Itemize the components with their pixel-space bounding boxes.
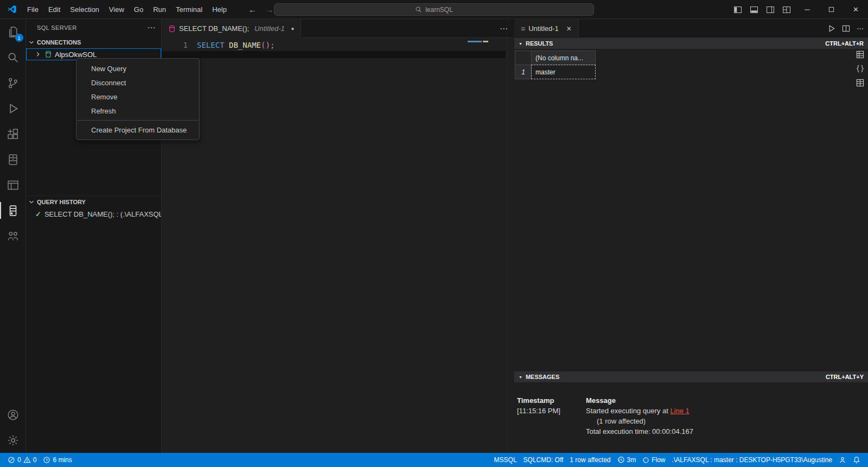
mssql-status[interactable]: MSSQL	[491, 456, 520, 464]
activity-search[interactable]	[0, 45, 26, 70]
results-grid-area: (No column na... 1 master	[514, 49, 868, 371]
explorer-badge: 1	[15, 34, 23, 42]
close-window-button[interactable]: ✕	[844, 0, 868, 19]
context-menu-new-query[interactable]: New Query	[76, 61, 199, 75]
context-menu-separator	[77, 120, 199, 121]
minimize-button[interactable]	[795, 0, 819, 19]
success-check-icon: ✓	[35, 210, 41, 218]
collapse-triangle-icon: ▼	[519, 42, 522, 46]
more-actions-button[interactable]: ⋯	[857, 24, 864, 33]
query-history-item[interactable]: ✓ SELECT DB_NAME(); : (.\ALFAXSQL|...	[26, 208, 161, 220]
activity-sql-server[interactable]	[0, 198, 26, 223]
activity-extensions[interactable]	[0, 121, 26, 147]
menu-view[interactable]: View	[104, 0, 129, 18]
current-line-highlight	[162, 51, 506, 58]
close-tab-icon[interactable]: ✕	[566, 25, 572, 33]
message-timestamp: [11:15:16 PM]	[517, 406, 586, 416]
context-menu-remove[interactable]: Remove	[76, 90, 199, 104]
chevron-right-icon[interactable]	[34, 51, 42, 58]
maximize-button[interactable]	[819, 0, 844, 19]
sql-server-icon	[7, 205, 19, 217]
messages-col-message: Message	[586, 395, 868, 406]
tab-subtitle: Untitled-1	[254, 24, 285, 33]
error-circle-icon	[8, 456, 15, 464]
connection-context-menu: New Query Disconnect Remove Refresh Crea…	[76, 58, 200, 140]
notifications-item[interactable]	[850, 456, 864, 464]
feedback-item[interactable]	[835, 456, 850, 464]
sql-file-icon	[168, 25, 176, 33]
grid-corner-cell[interactable]	[515, 51, 532, 65]
toggle-panel-icon[interactable]	[746, 0, 762, 19]
menu-terminal[interactable]: Terminal	[171, 0, 207, 18]
accounts-button[interactable]	[0, 402, 26, 427]
warning-count: 0	[33, 456, 37, 464]
context-menu-disconnect[interactable]: Disconnect	[76, 75, 199, 90]
context-menu-refresh[interactable]: Refresh	[76, 104, 199, 118]
save-as-json-icon[interactable]	[856, 65, 864, 73]
problems-indicator[interactable]: 0 0	[4, 453, 40, 467]
editor-group-results: ≡ Untitled-1 ✕ ⋯ ▼ RESULTS CTRL+ALT+R	[514, 19, 868, 453]
session-timer[interactable]: 6 mins	[40, 453, 75, 467]
modified-dot-icon[interactable]: ●	[291, 26, 294, 31]
activity-organization[interactable]	[0, 223, 26, 249]
run-query-button[interactable]	[827, 24, 835, 33]
menu-edit[interactable]: Edit	[43, 0, 65, 18]
forward-button[interactable]: →	[265, 5, 273, 14]
menu-selection[interactable]: Selection	[65, 0, 104, 18]
line-1-link[interactable]: Line 1	[670, 407, 689, 415]
activity-run-debug[interactable]	[0, 96, 26, 121]
editor-scrollbar[interactable]	[507, 19, 514, 453]
line-number-gutter: 1	[162, 40, 188, 51]
minimap[interactable]	[467, 39, 506, 72]
menu-help[interactable]: Help	[207, 0, 232, 18]
menu-go[interactable]: Go	[129, 0, 148, 18]
activity-explorer[interactable]: 1	[0, 19, 26, 45]
split-editor-button[interactable]	[842, 24, 850, 33]
save-as-csv-icon[interactable]	[856, 51, 864, 59]
grid-column-header[interactable]: (No column na...	[531, 51, 596, 65]
toggle-secondary-sidebar-icon[interactable]	[762, 0, 778, 19]
menu-run[interactable]: Run	[148, 0, 171, 18]
connection-status[interactable]: .\ALFAXSQL : master : DESKTOP-H5PGT33\Au…	[669, 456, 835, 464]
window-icon	[7, 179, 19, 191]
query-history-item-label: SELECT DB_NAME(); : (.\ALFAXSQL|...	[44, 210, 161, 218]
back-button[interactable]: ←	[248, 5, 257, 14]
error-count: 0	[17, 456, 21, 464]
connections-label: CONNECTIONS	[37, 39, 81, 46]
results-tab-bar: ≡ Untitled-1 ✕ ⋯	[514, 19, 868, 38]
activity-database-projects[interactable]	[0, 147, 26, 172]
tab-query-untitled-1[interactable]: SELECT DB_NAME(); Untitled-1 ●	[162, 19, 301, 38]
title-bar: File Edit Selection View Go Run Terminal…	[0, 0, 868, 19]
search-icon	[7, 52, 19, 64]
flow-circle-icon	[642, 457, 649, 464]
query-history-section-header[interactable]: QUERY HISTORY	[26, 196, 161, 208]
customize-layout-icon[interactable]	[778, 0, 795, 19]
connection-label: AlpsOkwSOL	[55, 51, 97, 59]
context-menu-create-project[interactable]: Create Project From Database	[76, 123, 199, 137]
menu-file[interactable]: File	[22, 0, 43, 18]
save-as-excel-icon[interactable]	[856, 79, 864, 87]
activity-source-control[interactable]	[0, 70, 26, 96]
sidebar-title: SQL SERVER	[37, 24, 77, 31]
results-section-header[interactable]: ▼ RESULTS CTRL+ALT+R	[514, 38, 868, 49]
status-bar: 0 0 6 mins MSSQL SQLCMD: Off 1 row affec…	[0, 453, 868, 467]
code-line-1: SELECT DB_NAME();	[162, 40, 514, 51]
results-shortcut: CTRL+ALT+R	[825, 40, 864, 47]
code-editor[interactable]: 1 SELECT DB_NAME();	[162, 38, 514, 51]
messages-section-header[interactable]: ▼ MESSAGES CTRL+ALT+Y	[514, 371, 868, 382]
flow-status[interactable]: Flow	[639, 456, 668, 464]
activity-table-designer[interactable]	[0, 172, 26, 198]
settings-button[interactable]	[0, 427, 26, 453]
query-timer-status[interactable]: 3m	[614, 456, 640, 464]
sidebar-more-actions[interactable]: ⋯	[148, 23, 156, 33]
grid-row-number[interactable]: 1	[515, 65, 532, 79]
connections-section-header[interactable]: CONNECTIONS	[26, 36, 161, 48]
messages-col-timestamp: Timestamp	[517, 395, 586, 406]
run-debug-icon	[7, 103, 19, 115]
tab-results-untitled-1[interactable]: ≡ Untitled-1 ✕	[514, 19, 579, 38]
grid-cell-master[interactable]: master	[531, 65, 596, 79]
sqlcmd-status[interactable]: SQLCMD: Off	[520, 456, 567, 464]
toggle-primary-sidebar-icon[interactable]	[730, 0, 746, 19]
rows-affected-status[interactable]: 1 row affected	[566, 456, 614, 464]
command-center-search[interactable]: learnSQL	[274, 3, 594, 16]
